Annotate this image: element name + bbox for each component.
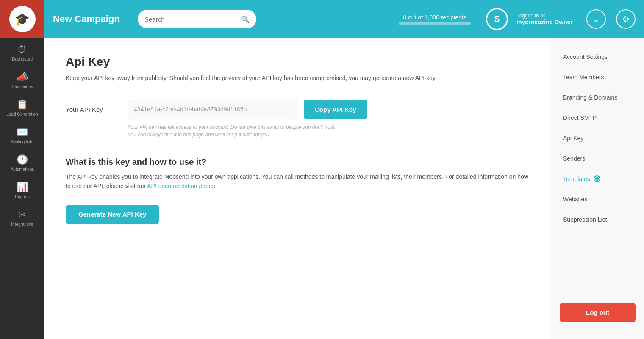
sidebar-label-automations: Automations [11,167,34,172]
section-desc-text: The API key enables you to integrate Moo… [66,173,528,189]
recipients-area: 0 out of 1,000 recipients [399,14,471,25]
right-sidebar-item-api-key[interactable]: Api Key [551,128,644,148]
right-sidebar-item-branding-domains[interactable]: Branding & Domains [551,87,644,108]
username-label: mycrocozine Owner [516,19,573,25]
right-sidebar-item-websites[interactable]: Websites [551,189,644,209]
reports-icon: 📊 [17,182,28,193]
recipients-text: 0 out of 1,000 recipients [403,14,466,21]
page-subtitle: Keep your API key away from publicity. S… [66,74,530,83]
direct-smtp-label: Direct SMTP [563,114,597,121]
api-documentation-link[interactable]: API documentation pages. [147,183,217,189]
sidebar-label-mailing-lists: Mailing lists [11,139,33,144]
suppression-list-label: Suppression List [563,216,607,223]
api-key-warning: Your API key has full access to your acc… [128,123,339,139]
sidebar-logo: 🎓 [0,0,44,38]
templates-label: Templates [563,175,590,182]
generate-api-key-button[interactable]: Generate New API Key [66,205,159,224]
api-key-row: Your API Key Copy API Key [66,100,530,119]
sidebar-item-campaigns[interactable]: 📣 Campaigns [6,66,38,93]
sidebar-item-reports[interactable]: 📊 Reports [6,176,38,203]
user-info: Logged in as mycrocozine Owner [516,13,573,25]
recipients-count: 0 [403,14,406,21]
lead-generation-icon: 📋 [17,99,28,110]
senders-label: Senders [563,155,585,162]
sidebar-item-lead-generation[interactable]: 📋 Lead Generation [6,93,38,121]
sidebar: 🎓 ⏱ Dashboard 📣 Campaigns 📋 Lead Generat… [0,0,44,339]
copy-api-key-button[interactable]: Copy API Key [304,100,367,119]
logo-icon: 🎓 [9,6,36,32]
search-icon: 🔍 [241,15,250,23]
right-sidebar-item-templates[interactable]: Templates [551,169,644,189]
right-sidebar-item-suppression-list[interactable]: Suppression List [551,209,644,230]
dollar-button[interactable]: $ [486,8,508,30]
recipients-bar [399,22,471,25]
chevron-down-button[interactable]: ⌄ [586,9,606,29]
right-sidebar-item-team-members[interactable]: Team Members [551,67,644,87]
sidebar-item-mailing-lists[interactable]: ✉️ Mailing lists [6,121,38,148]
main-content: Api Key Keep your API key away from publ… [44,38,551,339]
api-key-input[interactable] [128,100,297,119]
websites-label: Websites [563,196,587,203]
automations-icon: 🕐 [17,154,28,165]
active-dot-templates [594,175,600,182]
logged-in-label: Logged in as [516,13,573,19]
sidebar-label-lead-generation: Lead Generation [6,112,38,117]
header-title: New Campaign [53,14,129,25]
recipients-label: out of 1,000 recipients [408,14,466,21]
integrations-icon: ✂ [18,209,26,220]
main-wrapper: New Campaign 🔍 0 out of 1,000 recipients… [44,0,644,339]
branding-domains-label: Branding & Domains [563,94,617,101]
sidebar-item-integrations[interactable]: ✂ Integrations [6,203,38,231]
right-sidebar-item-senders[interactable]: Senders [551,148,644,169]
page-title: Api Key [66,55,530,69]
content-area: Api Key Keep your API key away from publ… [44,38,644,339]
campaigns-icon: 📣 [17,72,28,83]
right-sidebar: Account SettingsTeam MembersBranding & D… [551,38,644,339]
settings-button[interactable]: ⚙ [616,9,636,29]
sidebar-item-dashboard[interactable]: ⏱ Dashboard [6,38,38,66]
logout-button[interactable]: Log out [560,303,636,322]
account-settings-label: Account Settings [563,53,608,60]
sidebar-item-automations[interactable]: 🕐 Automations [6,148,38,176]
sidebar-label-reports: Reports [15,195,30,199]
header: New Campaign 🔍 0 out of 1,000 recipients… [44,0,644,38]
mailing-lists-icon: ✉️ [17,127,28,138]
search-box: 🔍 [138,10,256,28]
section-title: What is this key and how to use it? [66,157,530,167]
dashboard-icon: ⏱ [17,44,27,55]
section-desc: The API key enables you to integrate Moo… [66,172,530,191]
search-input[interactable] [144,16,238,23]
right-sidebar-item-account-settings[interactable]: Account Settings [551,47,644,67]
api-key-label: Your API Key [66,106,121,113]
sidebar-label-campaigns: Campaigns [11,84,33,89]
sidebar-label-dashboard: Dashboard [12,57,33,61]
team-members-label: Team Members [563,74,604,81]
sidebar-label-integrations: Integrations [11,222,33,227]
api-key-label: Api Key [563,135,583,142]
right-sidebar-item-direct-smtp[interactable]: Direct SMTP [551,108,644,128]
